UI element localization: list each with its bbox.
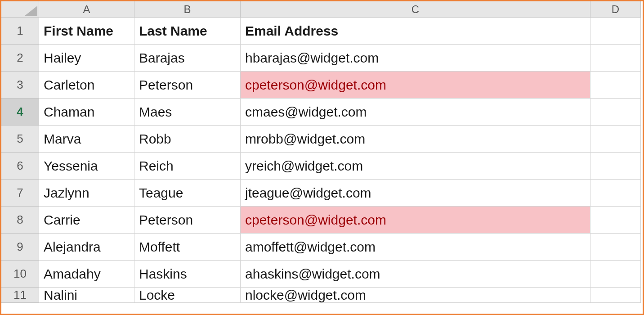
row-header-3[interactable]: 3 — [1, 72, 39, 99]
spreadsheet-grid: A B C D 1 First Name Last Name Email Add… — [1, 1, 643, 303]
cell-A1[interactable]: First Name — [39, 18, 134, 45]
cell-D7[interactable] — [590, 180, 641, 207]
row-header-11[interactable]: 11 — [1, 288, 39, 303]
col-header-A[interactable]: A — [39, 1, 134, 18]
cell-B11[interactable]: Locke — [134, 288, 241, 303]
cell-B6[interactable]: Reich — [134, 153, 241, 180]
cell-D8[interactable] — [590, 207, 641, 234]
cell-C11[interactable]: nlocke@widget.com — [241, 288, 590, 303]
row-header-10[interactable]: 10 — [1, 261, 39, 288]
cell-B1[interactable]: Last Name — [134, 18, 241, 45]
cell-A9[interactable]: Alejandra — [39, 234, 134, 261]
cell-A5[interactable]: Marva — [39, 126, 134, 153]
row-header-2[interactable]: 2 — [1, 45, 39, 72]
cell-B8[interactable]: Peterson — [134, 207, 241, 234]
cell-B7[interactable]: Teague — [134, 180, 241, 207]
select-all-corner[interactable] — [1, 1, 39, 18]
cell-C1[interactable]: Email Address — [241, 18, 590, 45]
cell-B2[interactable]: Barajas — [134, 45, 241, 72]
col-header-C[interactable]: C — [241, 1, 590, 18]
cell-D11[interactable] — [590, 288, 641, 303]
cell-D5[interactable] — [590, 126, 641, 153]
cell-C5[interactable]: mrobb@widget.com — [241, 126, 590, 153]
row-header-8[interactable]: 8 — [1, 207, 39, 234]
cell-A11[interactable]: Nalini — [39, 288, 134, 303]
cell-A10[interactable]: Amadahy — [39, 261, 134, 288]
cell-B3[interactable]: Peterson — [134, 72, 241, 99]
cell-D1[interactable] — [590, 18, 641, 45]
cell-B9[interactable]: Moffett — [134, 234, 241, 261]
row-header-6[interactable]: 6 — [1, 153, 39, 180]
cell-C7[interactable]: jteague@widget.com — [241, 180, 590, 207]
cell-C10[interactable]: ahaskins@widget.com — [241, 261, 590, 288]
cell-B10[interactable]: Haskins — [134, 261, 241, 288]
cell-C6[interactable]: yreich@widget.com — [241, 153, 590, 180]
cell-D6[interactable] — [590, 153, 641, 180]
cell-C3[interactable]: cpeterson@widget.com — [241, 72, 590, 99]
cell-C2[interactable]: hbarajas@widget.com — [241, 45, 590, 72]
row-header-4[interactable]: 4 — [1, 99, 39, 126]
col-header-D[interactable]: D — [590, 1, 641, 18]
cell-B4[interactable]: Maes — [134, 99, 241, 126]
cell-D9[interactable] — [590, 234, 641, 261]
row-header-1[interactable]: 1 — [1, 18, 39, 45]
col-header-B[interactable]: B — [134, 1, 241, 18]
cell-A4[interactable]: Chaman — [39, 99, 134, 126]
cell-C9[interactable]: amoffett@widget.com — [241, 234, 590, 261]
cell-D10[interactable] — [590, 261, 641, 288]
cell-B5[interactable]: Robb — [134, 126, 241, 153]
spreadsheet-frame: A B C D 1 First Name Last Name Email Add… — [0, 0, 644, 315]
row-header-9[interactable]: 9 — [1, 234, 39, 261]
cell-A8[interactable]: Carrie — [39, 207, 134, 234]
row-header-5[interactable]: 5 — [1, 126, 39, 153]
cell-D2[interactable] — [590, 45, 641, 72]
cell-A3[interactable]: Carleton — [39, 72, 134, 99]
cell-D4[interactable] — [590, 99, 641, 126]
cell-A2[interactable]: Hailey — [39, 45, 134, 72]
row-header-7[interactable]: 7 — [1, 180, 39, 207]
cell-D3[interactable] — [590, 72, 641, 99]
cell-A6[interactable]: Yessenia — [39, 153, 134, 180]
cell-C8[interactable]: cpeterson@widget.com — [241, 207, 590, 234]
cell-A7[interactable]: Jazlynn — [39, 180, 134, 207]
cell-C4[interactable]: cmaes@widget.com — [241, 99, 590, 126]
